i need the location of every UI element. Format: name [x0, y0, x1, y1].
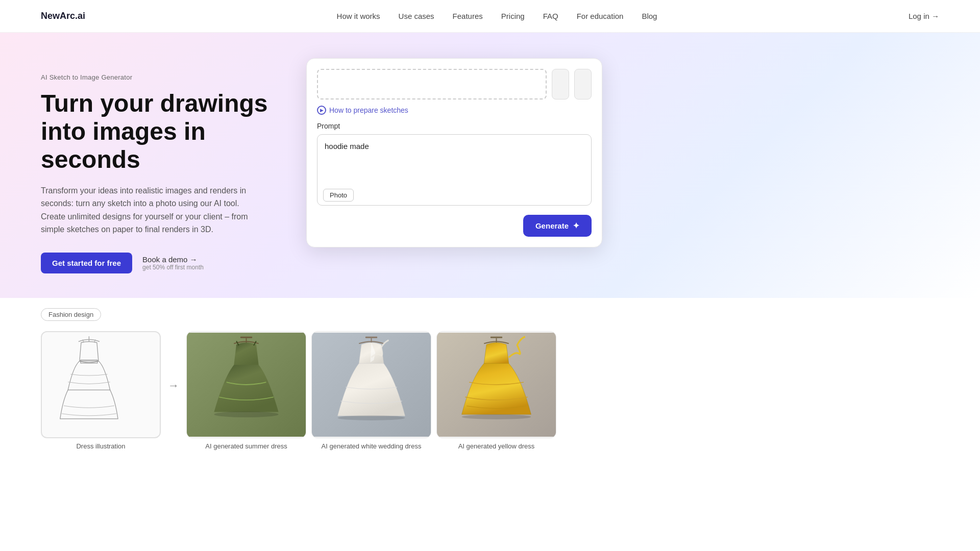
how-to-link[interactable]: ▶ How to prepare sketches — [317, 106, 592, 115]
book-demo-wrapper: Book a demo → get 50% off first month — [142, 255, 204, 271]
hero-subtitle: AI Sketch to Image Generator — [41, 73, 286, 81]
photo-badge[interactable]: Photo — [323, 189, 354, 202]
gallery-item-yellow: AI generated yellow dress — [436, 331, 556, 450]
hero-section: AI Sketch to Image Generator Turn your d… — [0, 33, 980, 298]
prompt-label: Prompt — [317, 122, 592, 130]
hero-title: Turn your drawings into images in second… — [41, 89, 286, 174]
logo[interactable]: NewArc.ai — [41, 11, 85, 21]
nav-pricing[interactable]: Pricing — [501, 12, 525, 20]
tab-button-1[interactable] — [552, 69, 569, 99]
green-dress-wrap — [186, 331, 306, 438]
nav-features[interactable]: Features — [453, 12, 483, 20]
arrow-icon: → — [168, 379, 179, 403]
nav-use-cases[interactable]: Use cases — [399, 12, 434, 20]
prompt-wrapper: hoodie made Photo — [317, 134, 592, 208]
sketch-label: Dress illustration — [76, 442, 125, 450]
tab-button-2[interactable] — [574, 69, 592, 99]
generate-button[interactable]: Generate ✦ — [523, 215, 592, 237]
yellow-dress-wrap — [436, 331, 556, 438]
svg-rect-11 — [365, 337, 377, 338]
get-started-button[interactable]: Get started for free — [41, 253, 132, 273]
svg-rect-15 — [491, 337, 502, 338]
white-dress-label: AI generated white wedding dress — [322, 442, 422, 450]
gallery-badge: Fashion design — [41, 308, 101, 321]
gallery-row: Dress illustration → — [41, 331, 939, 450]
prompt-input[interactable]: hoodie made — [317, 134, 592, 206]
nav-blog[interactable]: Blog — [642, 12, 657, 20]
generate-label: Generate — [535, 221, 569, 230]
demo-discount: get 50% off first month — [142, 264, 204, 271]
hero-description: Transform your ideas into realistic imag… — [41, 184, 255, 236]
generator-card: ▶ How to prepare sketches Prompt hoodie … — [306, 58, 602, 247]
sketch-image-wrap — [41, 331, 161, 438]
how-to-text: How to prepare sketches — [329, 106, 408, 114]
svg-rect-5 — [240, 337, 252, 338]
gallery-section: Fashion design — [0, 298, 980, 481]
green-dress-label: AI generated summer dress — [205, 442, 287, 450]
nav-for-education[interactable]: For education — [577, 12, 624, 20]
hero-cta: Get started for free Book a demo → get 5… — [41, 253, 286, 273]
gallery-item-sketch: Dress illustration — [41, 331, 161, 450]
play-icon: ▶ — [317, 106, 326, 115]
nav-faq[interactable]: FAQ — [543, 12, 558, 20]
login-button[interactable]: Log in → — [909, 12, 939, 20]
card-top-row — [317, 69, 592, 99]
nav-links: How it works Use cases Features Pricing … — [337, 12, 657, 21]
svg-point-9 — [214, 411, 278, 417]
book-demo-link[interactable]: Book a demo → — [142, 255, 204, 264]
hero-left: AI Sketch to Image Generator Turn your d… — [41, 63, 286, 273]
navbar: NewArc.ai How it works Use cases Feature… — [0, 0, 980, 33]
gallery-item-green: AI generated summer dress — [186, 331, 306, 450]
gallery-item-white: AI generated white wedding dress — [311, 331, 431, 450]
svg-point-13 — [337, 415, 405, 420]
yellow-dress-label: AI generated yellow dress — [458, 442, 535, 450]
nav-how-it-works[interactable]: How it works — [337, 12, 380, 20]
svg-point-17 — [462, 414, 531, 419]
upload-area[interactable] — [317, 69, 547, 99]
sparkle-icon: ✦ — [573, 221, 579, 231]
white-dress-wrap — [311, 331, 431, 438]
